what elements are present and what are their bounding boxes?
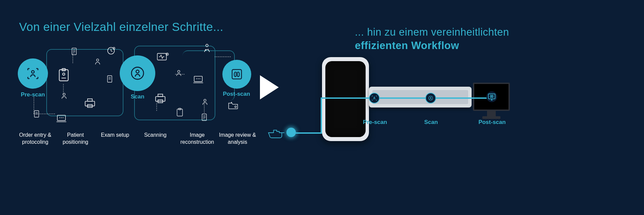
right-scan-node	[425, 93, 436, 103]
scanner-bore	[325, 61, 366, 137]
person-icon	[201, 97, 209, 106]
svg-point-33	[204, 99, 206, 101]
right-postscan-label: Post-scan	[474, 119, 511, 126]
person-scan-icon	[371, 95, 377, 101]
postscan-circle	[222, 60, 251, 89]
pointing-hand-icon	[267, 126, 286, 139]
person-target-icon	[129, 65, 146, 81]
person-scan-icon	[26, 67, 40, 80]
person-icon	[174, 69, 183, 77]
svg-rect-27	[177, 109, 182, 116]
svg-rect-19	[88, 99, 92, 101]
document-icon	[105, 75, 114, 83]
svg-point-40	[430, 97, 431, 98]
svg-rect-41	[488, 94, 495, 99]
monitor-base	[482, 116, 500, 119]
flow-line	[292, 132, 322, 134]
step-label-image-review: Image review & analysis	[217, 132, 258, 146]
document-icon	[70, 47, 78, 56]
svg-point-31	[198, 78, 199, 79]
svg-point-11	[59, 117, 60, 118]
step-label-order-entry: Order entry & protocoling	[15, 132, 55, 146]
right-prescan-label: Pre-scan	[358, 119, 392, 126]
svg-point-35	[206, 44, 208, 47]
heading-right-line2: effizienten Workflow	[355, 40, 509, 52]
prescan-label: Pre-scan	[18, 91, 48, 98]
step-label-exam-setup: Exam setup	[95, 132, 135, 139]
svg-point-2	[136, 70, 139, 73]
svg-point-14	[97, 59, 99, 61]
svg-point-12	[61, 117, 62, 118]
right-scan-label: Scan	[416, 119, 446, 126]
clock-icon	[106, 46, 117, 57]
svg-point-13	[63, 117, 63, 118]
right-postscan-node	[486, 91, 497, 102]
svg-point-23	[178, 70, 180, 73]
svg-rect-3	[232, 70, 241, 79]
heading-right-line1: ... hin zu einem vereinheitlichten	[355, 26, 509, 38]
heading-left: Von einer Vielzahl einzelner Schritte...	[19, 20, 223, 34]
flow-line	[321, 97, 491, 99]
svg-rect-25	[158, 94, 163, 96]
document-icon	[32, 110, 41, 118]
step-label-image-reconstruction: Image reconstruction	[177, 132, 217, 146]
scanner-table-surface	[372, 90, 468, 104]
folder-user-icon	[227, 100, 239, 112]
clipboard-icon	[175, 107, 184, 116]
lungs-scan-icon	[230, 67, 244, 81]
person-icon	[60, 91, 68, 100]
heading-right: ... hin zu einem vereinheitlichten effiz…	[355, 26, 509, 52]
laptop-icon	[193, 75, 204, 87]
postscan-label: Post-scan	[221, 91, 252, 97]
person-icon	[93, 57, 102, 66]
svg-rect-18	[85, 101, 95, 106]
svg-point-7	[63, 73, 65, 75]
touchpoint-glow	[286, 128, 296, 137]
printer-icon	[154, 93, 167, 104]
right-prescan-node	[369, 93, 380, 103]
person-target-icon	[428, 95, 434, 101]
scan-label: Scan	[120, 93, 155, 100]
medical-display-icon	[156, 52, 169, 62]
doctor-icon	[202, 43, 213, 54]
prescan-circle	[18, 58, 48, 89]
clipboard-icon	[57, 67, 70, 83]
scan-circle	[120, 55, 155, 91]
printer-icon	[83, 97, 97, 109]
svg-point-32	[200, 78, 200, 79]
flow-line	[321, 97, 322, 134]
diagram-root: Von einer Vielzahl einzelner Schritte...…	[0, 0, 644, 215]
dashed-connector	[215, 56, 231, 57]
lungs-monitor-icon	[487, 92, 497, 102]
svg-point-37	[235, 106, 236, 108]
svg-rect-24	[156, 96, 165, 101]
step-label-scanning: Scanning	[135, 132, 175, 139]
step-label-patient-positioning: Patient positioning	[55, 132, 96, 146]
laptop-icon	[56, 114, 67, 126]
svg-point-8	[63, 93, 65, 95]
play-icon	[260, 75, 279, 99]
svg-point-0	[32, 71, 34, 73]
svg-point-30	[196, 78, 197, 79]
svg-point-38	[374, 97, 375, 98]
document-icon	[200, 112, 209, 121]
